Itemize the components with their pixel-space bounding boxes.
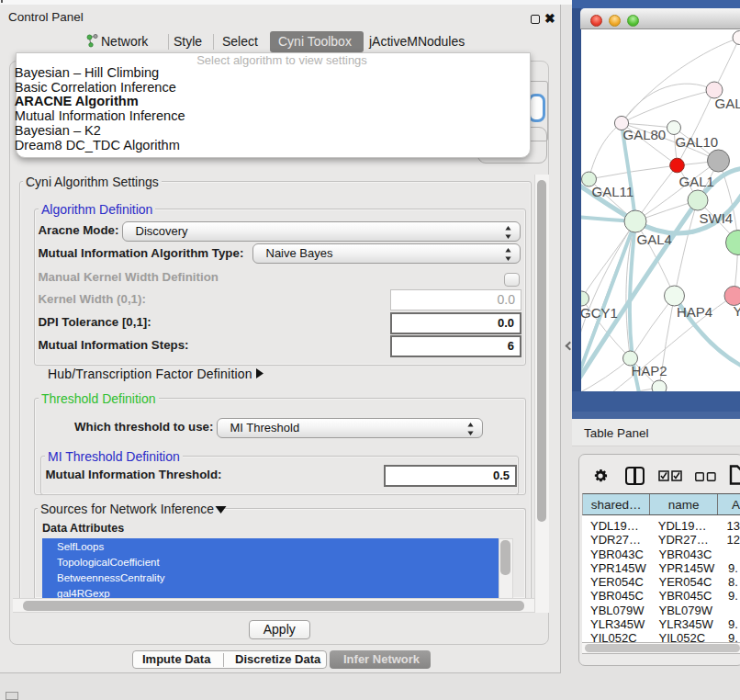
svg-text:GAL10: GAL10 [676,134,719,150]
svg-text:SWI4: SWI4 [700,210,734,226]
svg-text:GAL2: GAL2 [715,96,740,111]
svg-text:YM: YM [734,303,740,319]
svg-text:GAL11: GAL11 [592,184,634,199]
svg-text:HAP4: HAP4 [677,304,712,320]
svg-text:GAL4: GAL4 [637,231,672,247]
svg-text:GAL1: GAL1 [679,174,714,189]
svg-text:GCY1: GCY1 [581,305,618,321]
svg-text:GAL80: GAL80 [623,127,667,142]
svg-text:HAP2: HAP2 [632,363,667,378]
